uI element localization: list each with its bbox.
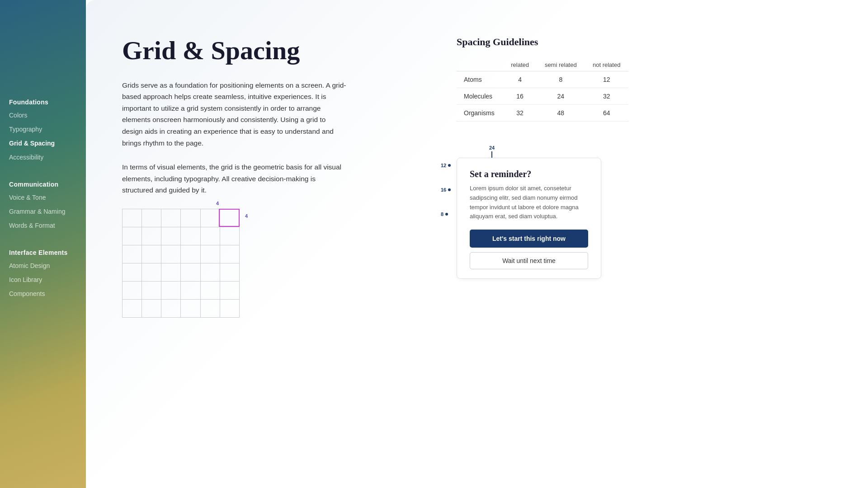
content-right: Spacing Guidelines related semi related … [439, 0, 646, 488]
sidebar-section-interface: Interface Elements [0, 241, 86, 259]
grid-row [123, 209, 240, 227]
spacing-row-atoms-name: Atoms [457, 71, 503, 88]
grid-row [123, 227, 240, 245]
spacing-row-atoms-semi: 8 [537, 71, 585, 88]
reminder-marker-8: 8 [441, 211, 451, 217]
spacing-row-atoms-not: 12 [585, 71, 628, 88]
reminder-card: 12 16 8 Set a reminder? Lorem [457, 158, 601, 279]
spacing-row-organisms-not: 64 [585, 105, 628, 122]
sidebar-item-atomic-design[interactable]: Atomic Design [0, 259, 86, 273]
sidebar-item-typography[interactable]: Typography [0, 122, 86, 136]
reminder-top-marker-label: 24 [489, 145, 495, 150]
spacing-row-molecules: Molecules 16 24 32 [457, 88, 628, 105]
reminder-marker-16-dot [448, 188, 451, 191]
sidebar-item-grammar-naming[interactable]: Grammar & Naming [0, 205, 86, 219]
reminder-marker-8-dot [445, 213, 448, 216]
reminder-marker-12: 12 [441, 163, 451, 168]
page-description-1: Grids serve as a foundation for position… [122, 80, 348, 149]
spacing-row-molecules-related: 16 [503, 88, 537, 105]
spacing-row-organisms-name: Organisms [457, 105, 503, 122]
sidebar-item-icon-library[interactable]: Icon Library [0, 273, 86, 287]
spacing-row-atoms-related: 4 [503, 71, 537, 88]
spacing-table-header-row: related semi related not related [457, 59, 628, 71]
spacing-guidelines: Spacing Guidelines related semi related … [457, 36, 628, 122]
reminder-secondary-button[interactable]: Wait until next time [470, 252, 588, 269]
sidebar-item-components[interactable]: Components [0, 287, 86, 301]
spacing-row-organisms: Organisms 32 48 64 [457, 105, 628, 122]
spacing-header-related: related [503, 59, 537, 71]
grid-illustration: 4 4 [122, 209, 240, 318]
page-title: Grid & Spacing [122, 36, 411, 65]
grid-label-top: 4 [216, 201, 219, 206]
spacing-header-name [457, 59, 503, 71]
grid-label-right: 4 [245, 213, 248, 219]
content-left: Grid & Spacing Grids serve as a foundati… [86, 0, 439, 488]
reminder-primary-button[interactable]: Let's start this right now [470, 230, 588, 248]
sidebar-item-words-format[interactable]: Words & Format [0, 219, 86, 233]
page-description-2: In terms of visual elements, the grid is… [122, 161, 348, 196]
spacing-header-not-related: not related [585, 59, 628, 71]
spacing-table: related semi related not related Atoms 4… [457, 59, 628, 122]
grid-row [123, 263, 240, 281]
reminder-marker-12-dot [448, 164, 451, 167]
grid-row [123, 299, 240, 317]
sidebar-item-accessibility[interactable]: Accessibility [0, 150, 86, 164]
sidebar-item-grid-spacing[interactable]: Grid & Spacing [0, 136, 86, 150]
spacing-guidelines-title: Spacing Guidelines [457, 36, 628, 48]
reminder-marker-8-label: 8 [441, 211, 443, 217]
reminder-card-title: Set a reminder? [470, 169, 588, 179]
reminder-card-body: Lorem ipsum dolor sit amet, consetetur s… [470, 184, 588, 221]
spacing-row-atoms: Atoms 4 8 12 [457, 71, 628, 88]
reminder-card-container: 24 12 16 8 [457, 158, 628, 279]
spacing-row-molecules-not: 32 [585, 88, 628, 105]
spacing-header-semi-related: semi related [537, 59, 585, 71]
sidebar-section-communication: Communication [0, 173, 86, 191]
reminder-top-marker: 24 [489, 145, 495, 159]
reminder-marker-16: 16 [441, 187, 451, 192]
spacing-row-molecules-semi: 24 [537, 88, 585, 105]
sidebar-item-voice-tone[interactable]: Voice & Tone [0, 191, 86, 205]
main-content: Grid & Spacing Grids serve as a foundati… [86, 0, 868, 488]
spacing-row-molecules-name: Molecules [457, 88, 503, 105]
reminder-side-markers: 12 16 8 [441, 163, 451, 217]
reminder-marker-16-label: 16 [441, 187, 446, 192]
grid-row [123, 245, 240, 263]
spacing-row-organisms-semi: 48 [537, 105, 585, 122]
sidebar-section-foundations: Foundations [0, 90, 86, 108]
sidebar-item-colors[interactable]: Colors [0, 108, 86, 122]
reminder-marker-12-label: 12 [441, 163, 446, 168]
spacing-row-organisms-related: 32 [503, 105, 537, 122]
grid-row [123, 281, 240, 299]
grid-table [122, 209, 240, 318]
sidebar: Foundations Colors Typography Grid & Spa… [0, 0, 86, 488]
